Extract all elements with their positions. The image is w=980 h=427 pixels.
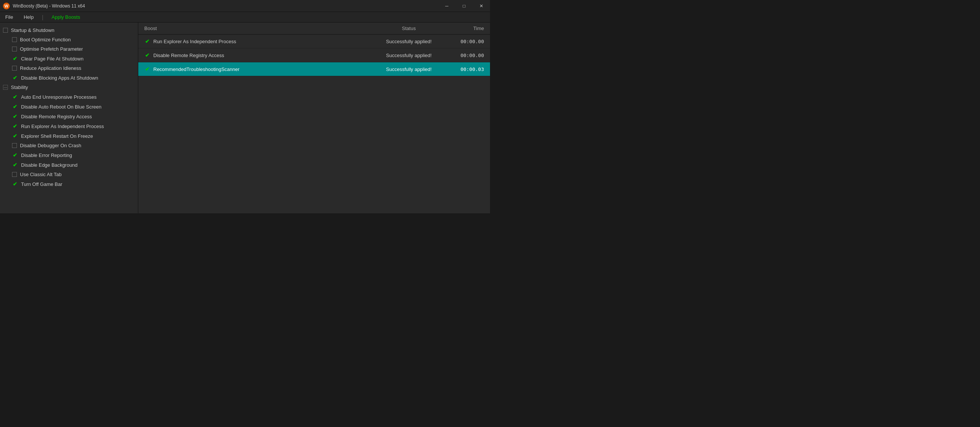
app-icon: W (3, 3, 10, 10)
table-row[interactable]: ✔ Run Explorer As Independent Process Su… (138, 35, 490, 48)
clear-page-file-check-icon: ✔ (12, 56, 18, 62)
row-check-icon-0: ✔ (144, 38, 150, 44)
sidebar-item-explorer-shell[interactable]: ✔ Explorer Shell Restart On Freeze (0, 131, 138, 141)
row-time-1: 00:00.00 (446, 52, 484, 58)
menu-help[interactable]: Help (21, 14, 36, 21)
menu-separator: | (42, 14, 44, 20)
main-container: Startup & Shutdown Boot Optimize Functio… (0, 22, 490, 213)
disable-reboot-check-icon: ✔ (12, 104, 18, 110)
startup-checkbox[interactable] (3, 28, 8, 33)
sidebar-item-reduce-idleness[interactable]: Reduce Application Idleness (0, 63, 138, 73)
row-boost-1: ✔ Disable Remote Registry Access (144, 52, 371, 58)
auto-end-check-icon: ✔ (12, 94, 18, 100)
reduce-idleness-checkbox[interactable] (12, 66, 17, 71)
row-status-1: Successfully applied! (371, 52, 446, 58)
sidebar-item-disable-edge[interactable]: ✔ Disable Edge Background (0, 160, 138, 170)
left-panel: Startup & Shutdown Boot Optimize Functio… (0, 22, 138, 213)
table-row-highlighted[interactable]: ✔ RecommendedTroubleshootingScanner Succ… (138, 62, 490, 76)
row-boost-2: ✔ RecommendedTroubleshootingScanner (144, 66, 371, 72)
sidebar-item-clear-page-file[interactable]: ✔ Clear Page File At Shutdown (0, 54, 138, 63)
sidebar-item-disable-registry[interactable]: ✔ Disable Remote Registry Access (0, 111, 138, 121)
boot-optimize-checkbox[interactable] (12, 37, 17, 42)
explorer-shell-check-icon: ✔ (12, 133, 18, 139)
disable-error-check-icon: ✔ (12, 152, 18, 158)
sidebar-item-run-explorer[interactable]: ✔ Run Explorer As Independent Process (0, 121, 138, 131)
close-button[interactable]: ✕ (473, 0, 490, 12)
sidebar-item-turn-off-game[interactable]: ✔ Turn Off Game Bar (0, 179, 138, 189)
right-panel: Boost Status Time ✔ Run Explorer As Inde… (138, 22, 490, 213)
sidebar-item-disable-debugger[interactable]: Disable Debugger On Crash (0, 141, 138, 150)
row-status-0: Successfully applied! (371, 39, 446, 44)
sidebar-item-disable-error[interactable]: ✔ Disable Error Reporting (0, 150, 138, 160)
minimize-button[interactable]: ─ (438, 0, 455, 12)
left-panel-scroll[interactable]: Startup & Shutdown Boot Optimize Functio… (0, 22, 138, 213)
table-row[interactable]: ✔ Disable Remote Registry Access Success… (138, 48, 490, 62)
table-header: Boost Status Time (138, 22, 490, 35)
disable-blocking-check-icon: ✔ (12, 75, 18, 81)
run-explorer-check-icon: ✔ (12, 123, 18, 129)
col-header-time: Time (446, 25, 484, 31)
titlebar-controls: ─ □ ✕ (438, 0, 490, 12)
row-status-2: Successfully applied! (371, 67, 446, 72)
row-check-icon-1: ✔ (144, 52, 150, 58)
menubar: File Help | Apply Boosts (0, 12, 490, 22)
menu-file[interactable]: File (3, 14, 15, 21)
sidebar-item-boot-optimize[interactable]: Boot Optimize Function (0, 35, 138, 44)
row-time-2: 00:00.03 (446, 67, 484, 72)
titlebar-title: WinBoosty (Beta) - Windows 11 x64 (13, 3, 85, 9)
turn-off-game-check-icon: ✔ (12, 181, 18, 187)
maximize-button[interactable]: □ (455, 0, 473, 12)
titlebar: W WinBoosty (Beta) - Windows 11 x64 ─ □ … (0, 0, 490, 12)
use-classic-checkbox[interactable] (12, 172, 17, 177)
col-header-status: Status (371, 25, 446, 31)
row-boost-0: ✔ Run Explorer As Independent Process (144, 38, 371, 44)
col-header-boost: Boost (144, 25, 371, 31)
row-check-icon-2: ✔ (144, 66, 150, 72)
disable-registry-check-icon: ✔ (12, 113, 18, 119)
menu-apply-boosts[interactable]: Apply Boosts (49, 14, 82, 21)
sidebar-item-disable-reboot[interactable]: ✔ Disable Auto Reboot On Blue Screen (0, 102, 138, 111)
sidebar-item-auto-end[interactable]: ✔ Auto End Unresponsive Processes (0, 92, 138, 102)
stability-checkbox[interactable] (3, 85, 8, 90)
sidebar-item-disable-blocking[interactable]: ✔ Disable Blocking Apps At Shutdown (0, 73, 138, 83)
sidebar-item-startup-header[interactable]: Startup & Shutdown (0, 25, 138, 35)
sidebar-item-optimise-prefetch[interactable]: Optimise Prefetch Parameter (0, 44, 138, 54)
sidebar-item-use-classic[interactable]: Use Classic Alt Tab (0, 170, 138, 179)
disable-edge-check-icon: ✔ (12, 162, 18, 168)
row-time-0: 00:00.00 (446, 39, 484, 44)
sidebar-item-stability-header[interactable]: Stability (0, 83, 138, 92)
optimise-prefetch-checkbox[interactable] (12, 46, 17, 51)
titlebar-left: W WinBoosty (Beta) - Windows 11 x64 (3, 3, 85, 10)
disable-debugger-checkbox[interactable] (12, 143, 17, 148)
